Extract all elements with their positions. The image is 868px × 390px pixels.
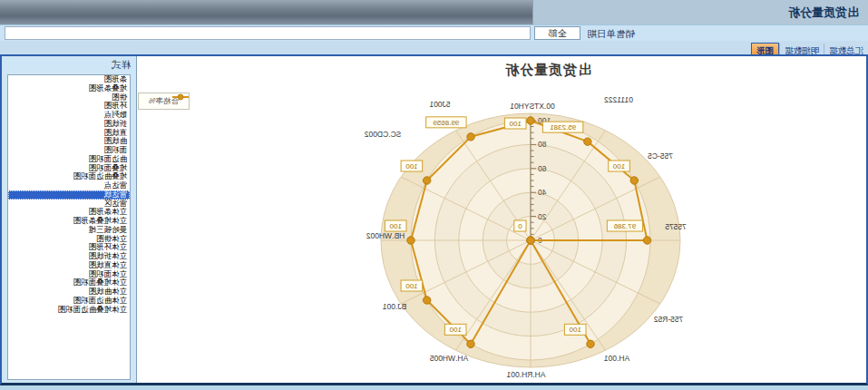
app-window: 出货质量分析 销售单日期 全部 汇总数据明细数据图形 0204060801001… <box>0 0 868 390</box>
category-label: AH.RH.001 <box>506 370 545 379</box>
tab-bar: 汇总数据明细数据图形 <box>0 41 868 54</box>
value-label: 100 <box>449 326 462 334</box>
category-label: BJ.001 <box>382 302 406 311</box>
value-label: 100 <box>389 222 402 230</box>
data-point <box>423 297 430 304</box>
data-point <box>423 177 430 184</box>
axis-tick-label: 60 <box>538 164 547 173</box>
content-frame: 02040608010010099.8659100100100100010097… <box>0 54 868 385</box>
category-label: HB.WH002 <box>366 231 405 240</box>
style-panel: 样式 条形图堆叠条形图饼图环形图散列点折线图直线图曲线图面积图曲边面积图堆叠面积… <box>2 56 136 383</box>
value-label: 100 <box>405 162 418 171</box>
value-label: 100 <box>405 282 418 290</box>
data-point <box>587 340 594 347</box>
value-label: 100 <box>509 120 522 128</box>
category-label: AH.WH005 <box>429 354 468 363</box>
value-label: 100 <box>612 162 625 171</box>
value-label: 0 <box>518 222 522 230</box>
title-bar: 出货质量分析 <box>0 0 868 24</box>
value-label: 100 <box>569 326 581 334</box>
chart-title: 出货质量分析 <box>457 62 639 79</box>
date-filter-label: 销售单日期 <box>588 28 636 41</box>
category-label: SC.CD002 <box>364 130 401 139</box>
date-range-input[interactable] <box>5 26 531 40</box>
category-label: 755-R52 <box>653 315 683 324</box>
filter-bar: 销售单日期 全部 <box>0 24 868 41</box>
chart-legend: 合格率% <box>138 93 190 110</box>
axis-tick-label: 40 <box>538 188 547 197</box>
axis-tick-label: 20 <box>538 212 547 221</box>
category-label: 755-C5 <box>648 151 673 161</box>
chart-style-listbox[interactable]: 条形图堆叠条形图饼图环形图散列点折线图直线图曲线图面积图曲边面积图堆叠面积图堆叠… <box>7 74 131 380</box>
data-point <box>467 133 474 141</box>
page-title: 出货质量分析 <box>788 5 859 21</box>
category-label: 5J001 <box>429 100 450 109</box>
title-bar-banner <box>0 0 533 24</box>
category-label: 00.XTSYH01 <box>510 102 555 111</box>
data-point <box>643 237 650 244</box>
data-point <box>527 117 534 124</box>
data-point <box>407 237 414 244</box>
list-item[interactable]: 立体堆叠曲边面积图 <box>8 306 130 315</box>
data-point <box>630 177 638 184</box>
date-scope-select[interactable]: 全部 <box>534 26 580 40</box>
category-label: AH.001 <box>604 354 630 363</box>
chart-canvas: 02040608010010099.8659100100100100010097… <box>136 56 866 383</box>
value-label: 95.2381 <box>550 123 576 132</box>
data-point <box>584 138 591 145</box>
value-label: 99.8659 <box>433 119 459 127</box>
legend-series-marker <box>172 93 189 101</box>
radar-chart: 02040608010010099.8659100100100100010097… <box>136 56 866 383</box>
data-point <box>467 340 474 347</box>
style-panel-header: 样式 <box>112 59 131 72</box>
axis-tick-label: 80 <box>538 140 547 149</box>
data-point <box>527 237 534 244</box>
category-label: 75575 <box>665 222 687 231</box>
category-label: 0111222 <box>604 95 633 104</box>
value-label: 97.386 <box>613 222 636 230</box>
